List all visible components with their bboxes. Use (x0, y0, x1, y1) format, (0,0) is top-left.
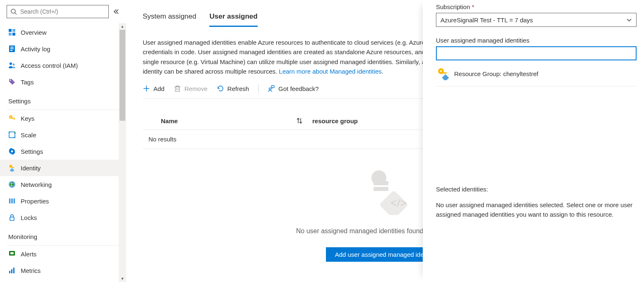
sort-icon[interactable] (296, 117, 303, 124)
metrics-icon (8, 267, 16, 274)
sidebar-item-alerts[interactable]: Alerts (0, 246, 126, 262)
add-identity-panel: Subscription * AzureSignalR Test - TTL =… (423, 0, 644, 282)
iam-icon (8, 62, 16, 69)
svg-rect-31 (9, 271, 10, 273)
svg-rect-24 (9, 198, 10, 203)
sidebar-item-metrics[interactable]: Metrics (0, 262, 126, 279)
subscription-value: AzureSignalR Test - TTL = 7 days (441, 17, 533, 24)
scroll-down-icon[interactable]: ▼ (121, 275, 124, 282)
feedback-button[interactable]: Got feedback? (268, 85, 319, 92)
scroll-up-icon[interactable]: ▲ (121, 23, 124, 30)
collapse-sidebar-icon[interactable] (113, 8, 120, 15)
scale-icon (8, 131, 16, 139)
nav-label: Properties (21, 198, 49, 205)
add-label: Add (153, 85, 165, 92)
resource-group-suggestion[interactable]: Resource Group: chenyltestref (436, 67, 637, 86)
sidebar-item-settings[interactable]: Settings (0, 143, 126, 160)
refresh-label: Refresh (227, 85, 249, 92)
svg-rect-15 (12, 118, 15, 119)
svg-point-10 (10, 62, 12, 65)
sidebar-item-tags[interactable]: Tags (0, 74, 126, 90)
sidebar-search-box[interactable] (7, 5, 109, 18)
svg-rect-8 (10, 48, 14, 49)
svg-rect-32 (11, 269, 12, 273)
svg-rect-21 (10, 168, 14, 172)
remove-button: Remove (174, 85, 208, 92)
key-icon (8, 115, 16, 122)
nav-label: Keys (21, 115, 34, 122)
svg-point-50 (440, 70, 442, 72)
svg-rect-26 (12, 198, 13, 203)
sidebar: Overview Activity log Access control (IA… (0, 0, 126, 282)
alerts-icon (8, 250, 16, 258)
svg-point-40 (269, 88, 271, 90)
sidebar-item-identity[interactable]: Identity (0, 160, 126, 176)
nav-label: Overview (21, 29, 47, 36)
chevron-down-icon (626, 17, 632, 23)
nav-label: Activity log (21, 45, 50, 53)
suggestion-label: Resource Group: chenyltestref (454, 70, 538, 77)
svg-rect-41 (271, 86, 274, 88)
selected-identities-header: Selected identities: (436, 186, 637, 193)
search-icon (10, 8, 17, 15)
sidebar-item-networking[interactable]: Networking (0, 176, 126, 193)
nav-label: Identity (21, 165, 41, 172)
scroll-thumb[interactable] (120, 30, 125, 121)
nav-label: Access control (IAM) (21, 62, 78, 69)
nav-section-settings: Settings (0, 90, 126, 107)
refresh-button[interactable]: Refresh (217, 85, 249, 92)
svg-rect-28 (10, 217, 14, 220)
sidebar-item-properties[interactable]: Properties (0, 193, 126, 209)
sidebar-item-keys[interactable]: Keys (0, 110, 126, 127)
sidebar-item-locks[interactable]: Locks (0, 209, 126, 226)
subscription-select[interactable]: AzureSignalR Test - TTL = 7 days (436, 13, 637, 27)
svg-rect-17 (9, 132, 15, 138)
nav-label: Alerts (21, 251, 36, 258)
trash-icon (174, 85, 181, 92)
person-feedback-icon (268, 85, 275, 92)
sidebar-search-input[interactable] (19, 8, 105, 15)
add-button[interactable]: Add (143, 85, 165, 92)
overview-icon (8, 29, 16, 36)
sidebar-item-access-control[interactable]: Access control (IAM) (0, 57, 126, 74)
svg-text:</>: </> (390, 196, 407, 209)
remove-label: Remove (184, 85, 208, 92)
col-header-name[interactable]: Name (143, 117, 296, 124)
nav-label: Settings (21, 148, 43, 155)
svg-rect-5 (12, 33, 15, 36)
uami-search-input[interactable] (436, 46, 637, 60)
svg-rect-27 (14, 198, 15, 203)
sidebar-item-scale[interactable]: Scale (0, 127, 126, 143)
nav-label: Scale (21, 131, 36, 139)
learn-more-link[interactable]: Learn more about Managed identities (279, 68, 382, 75)
tab-user-assigned[interactable]: User assigned (209, 12, 257, 27)
svg-point-0 (11, 9, 15, 13)
uami-label: User assigned managed identities (436, 37, 637, 44)
identity-icon (8, 164, 16, 172)
nav-label: Networking (21, 181, 52, 188)
sidebar-item-overview[interactable]: Overview (0, 24, 126, 41)
sidebar-scrollbar[interactable]: ▲ ▼ (119, 23, 126, 282)
identity-key-icon (436, 67, 449, 80)
svg-point-23 (10, 182, 14, 186)
svg-rect-3 (12, 29, 15, 32)
svg-rect-30 (10, 252, 14, 254)
nav-label: Tags (21, 79, 34, 86)
properties-icon (8, 197, 16, 205)
svg-rect-33 (13, 268, 14, 273)
svg-rect-2 (9, 29, 12, 32)
svg-rect-45 (373, 181, 388, 185)
lock-icon (8, 214, 16, 221)
toolbar-sep (258, 84, 259, 93)
networking-icon (8, 181, 16, 188)
svg-rect-9 (10, 50, 12, 51)
identity-illustration-icon: </> (360, 165, 410, 215)
nav-label: Locks (21, 214, 37, 221)
svg-rect-20 (11, 167, 14, 168)
svg-rect-25 (11, 198, 12, 203)
sidebar-item-activity-log[interactable]: Activity log (0, 41, 126, 57)
svg-point-12 (10, 80, 11, 81)
nav-label: Metrics (21, 267, 41, 274)
tab-system-assigned[interactable]: System assigned (143, 12, 196, 27)
svg-point-18 (11, 151, 13, 153)
